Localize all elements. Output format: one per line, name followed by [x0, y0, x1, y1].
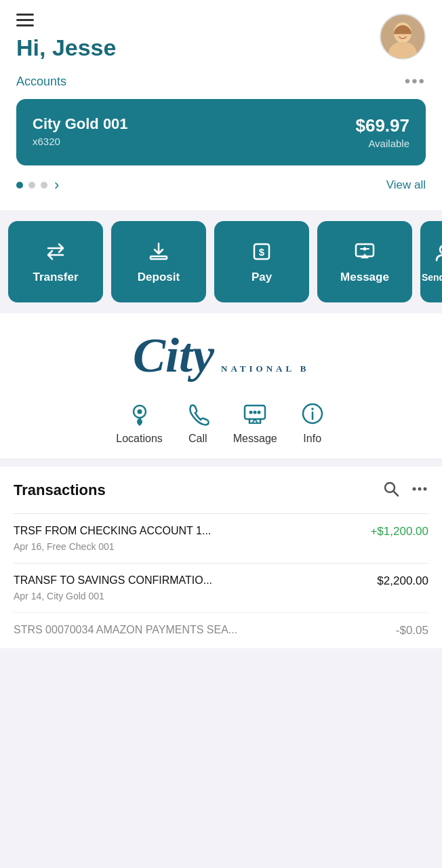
pagination-dots: ›	[16, 176, 59, 194]
pay-icon: $	[249, 239, 274, 264]
svg-point-29	[311, 408, 314, 410]
deposit-label: Deposit	[138, 271, 180, 284]
info-label: Info	[303, 433, 321, 445]
transaction-row-3: STRS 00070034 AMAZON PAYMENTS SEA... -$0…	[14, 624, 428, 637]
call-button[interactable]: Call	[184, 400, 212, 445]
dots-group	[16, 182, 47, 189]
view-all-link[interactable]: View all	[386, 178, 426, 192]
transfer-label: Transfer	[33, 271, 78, 284]
transfer-icon	[43, 239, 68, 264]
svg-text:NATIONAL  BANK: NATIONAL BANK	[221, 363, 309, 374]
search-button[interactable]	[382, 480, 400, 500]
greeting: Hi, Jesse	[16, 35, 116, 61]
svg-point-9	[363, 248, 367, 251]
transaction-date-1: Apr 16	[14, 541, 41, 552]
transaction-account-2: City Gold 001	[47, 591, 104, 601]
accounts-more-button[interactable]: •••	[405, 72, 426, 91]
phone-icon	[184, 400, 212, 427]
transaction-name-3: STRS 00070034 AMAZON PAYMENTS SEA...	[14, 624, 237, 636]
account-balance-group: $69.97 Available	[355, 115, 409, 149]
account-balance: $69.97	[355, 115, 409, 136]
hamburger-menu[interactable]	[16, 14, 116, 26]
svg-point-33	[418, 488, 422, 491]
svg-point-19	[137, 410, 142, 414]
bank-info-card: City NATIONAL BANK Locations C	[0, 313, 442, 458]
accounts-header: Accounts •••	[16, 72, 426, 99]
transfer-button[interactable]: Transfer	[8, 221, 103, 302]
accounts-title: Accounts	[16, 75, 66, 89]
svg-point-25	[258, 411, 261, 414]
send-with-label: Send with	[422, 272, 442, 283]
transaction-row-1: TRSF FROM CHECKING ACCOUNT 1... +$1,200.…	[14, 525, 428, 538]
account-info: City Gold 001 x6320	[33, 115, 128, 147]
call-label: Call	[188, 433, 207, 445]
send-with-icon	[432, 241, 442, 265]
svg-text:$: $	[259, 246, 265, 258]
transaction-amount-1: +$1,200.00	[370, 525, 428, 538]
bank-logo: City NATIONAL BANK	[133, 330, 309, 384]
location-icon	[126, 400, 153, 427]
transaction-account-1: Free Check 001	[47, 541, 115, 552]
message-icon	[353, 239, 377, 264]
svg-point-23	[249, 411, 253, 414]
pay-button[interactable]: $ Pay	[214, 221, 309, 302]
table-row[interactable]: TRANSF TO SAVINGS CONFIRMATIO... $2,200.…	[14, 563, 428, 612]
transaction-date-2: Apr 14	[14, 591, 41, 601]
svg-point-32	[413, 488, 416, 491]
table-row[interactable]: TRSF FROM CHECKING ACCOUNT 1... +$1,200.…	[14, 513, 428, 563]
deposit-button[interactable]: Deposit	[111, 221, 206, 302]
bank-message-button[interactable]: Message	[233, 400, 277, 445]
locations-label: Locations	[116, 433, 163, 445]
pay-label: Pay	[252, 271, 272, 284]
dot-1[interactable]	[16, 182, 23, 189]
transactions-header: Transactions	[14, 480, 428, 500]
transaction-amount-3: -$0.05	[396, 624, 428, 637]
deposit-icon	[146, 239, 171, 264]
svg-text:City: City	[133, 330, 215, 382]
svg-line-31	[394, 492, 399, 496]
actions-row: Transfer Deposit $ Pay	[0, 210, 442, 313]
transaction-meta-2: Apr 14, City Gold 001	[14, 591, 428, 601]
info-button[interactable]: Info	[299, 400, 326, 445]
transaction-amount-2: $2,200.00	[377, 574, 428, 588]
message-button[interactable]: Message	[317, 221, 412, 302]
dot-2[interactable]	[28, 182, 35, 189]
account-card[interactable]: City Gold 001 x6320 $69.97 Available	[16, 99, 426, 165]
svg-point-24	[254, 411, 257, 414]
header: Hi, Jesse	[0, 0, 442, 72]
transaction-row-2: TRANSF TO SAVINGS CONFIRMATIO... $2,200.…	[14, 574, 428, 588]
next-account-button[interactable]: ›	[54, 176, 59, 194]
transactions-icons	[382, 480, 428, 500]
transactions-card: Transactions TRSF FROM CHECKING ACCOUNT …	[0, 467, 442, 648]
transactions-title: Transactions	[14, 481, 106, 499]
info-icon	[299, 400, 326, 427]
svg-rect-4	[150, 256, 167, 259]
avatar[interactable]	[380, 14, 426, 60]
accounts-section: Accounts ••• City Gold 001 x6320 $69.97 …	[0, 72, 442, 210]
transaction-meta-1: Apr 16, Free Check 001	[14, 541, 428, 552]
svg-point-34	[424, 488, 427, 491]
header-left: Hi, Jesse	[16, 14, 116, 61]
bank-actions: Locations Call	[14, 400, 428, 445]
account-name: City Gold 001	[33, 115, 128, 133]
dot-3[interactable]	[41, 182, 47, 189]
account-balance-label: Available	[355, 138, 409, 149]
transactions-more-button[interactable]	[411, 480, 428, 500]
bank-message-label: Message	[233, 433, 277, 445]
pagination: › View all	[16, 165, 426, 197]
table-row[interactable]: STRS 00070034 AMAZON PAYMENTS SEA... -$0…	[14, 612, 428, 648]
locations-button[interactable]: Locations	[116, 400, 163, 445]
send-with-button[interactable]: Send with	[420, 221, 442, 302]
transaction-name-1: TRSF FROM CHECKING ACCOUNT 1...	[14, 525, 211, 537]
transaction-name-2: TRANSF TO SAVINGS CONFIRMATIO...	[14, 574, 212, 587]
account-number: x6320	[33, 136, 128, 147]
bank-message-icon	[241, 400, 268, 427]
message-label: Message	[340, 271, 389, 284]
